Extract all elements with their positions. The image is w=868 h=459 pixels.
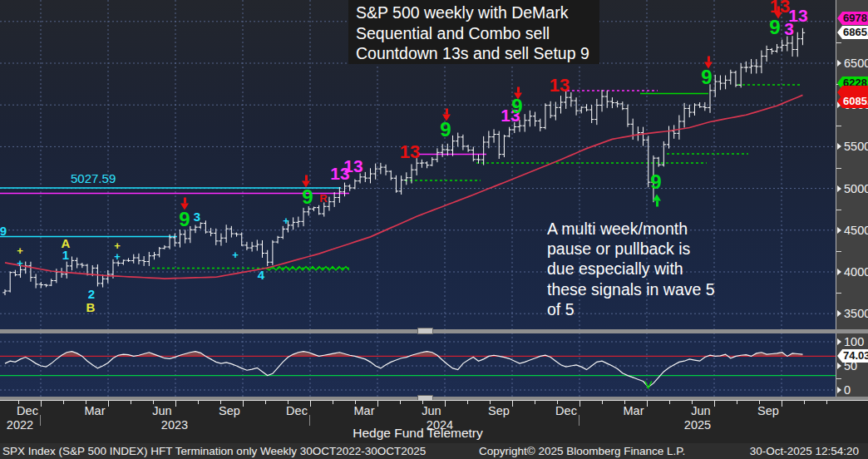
month-tick bbox=[467, 401, 468, 404]
month-tick bbox=[804, 401, 805, 404]
status-bar: SPX Index (S&P 500 INDEX) HFT Terminatio… bbox=[0, 443, 868, 459]
analyst-note: A multi week/month pause or pullback is … bbox=[547, 219, 715, 319]
axis-tick-label: 5500 bbox=[836, 141, 868, 152]
chart-title-line-1: S&P 500 weekly with DeMark bbox=[356, 2, 599, 23]
axis-tick-value: 5500 bbox=[844, 140, 868, 153]
quarter-tick bbox=[243, 401, 244, 407]
minor-tick bbox=[836, 126, 841, 126]
security-description: SPX Index (S&P 500 INDEX) HFT Terminatio… bbox=[2, 445, 426, 457]
analyst-note-line: pause or pullback is bbox=[547, 239, 715, 259]
price-tag-6085.87: 6085.87 bbox=[837, 95, 868, 108]
axis-tick-label: 100 bbox=[836, 336, 864, 348]
tick-marker-icon bbox=[837, 227, 841, 234]
axis-tick-value: 4500 bbox=[844, 224, 868, 237]
axis-tick-value: 6500 bbox=[844, 57, 868, 70]
axis-tick-value: 4000 bbox=[844, 265, 868, 279]
tick-marker-icon bbox=[837, 387, 841, 393]
axis-tick-label: 4500 bbox=[836, 225, 868, 236]
tick-marker-icon bbox=[837, 363, 841, 369]
price-tag-74.0354: 74.0354 bbox=[837, 349, 868, 363]
year-separator bbox=[579, 415, 579, 426]
month-tick bbox=[198, 401, 199, 404]
watermark-hedge-fund-telemetry: Hedge Fund Telemetry bbox=[0, 426, 836, 441]
quarter-tick bbox=[782, 401, 782, 407]
month-label: Dec bbox=[555, 404, 577, 417]
month-tick bbox=[602, 401, 603, 404]
quarter-tick bbox=[377, 401, 378, 407]
analyst-note-line: A multi week/month bbox=[547, 219, 715, 239]
analyst-note-line: due especially with bbox=[547, 259, 715, 279]
year-separator bbox=[309, 415, 310, 426]
tick-marker-icon bbox=[837, 310, 841, 317]
quarter-tick bbox=[445, 401, 446, 407]
month-tick bbox=[826, 401, 827, 404]
minor-tick bbox=[836, 210, 841, 210]
chart-title-line-3: Countdown 13s and sell Setup 9 bbox=[356, 43, 599, 64]
month-tick bbox=[669, 401, 670, 404]
panel-divider-handle[interactable] bbox=[417, 328, 433, 334]
tick-marker-icon bbox=[837, 338, 841, 345]
axis-tick-label: 0 bbox=[836, 384, 851, 396]
axis-tick-label: 3500 bbox=[836, 308, 868, 319]
minor-tick bbox=[836, 378, 841, 379]
month-tick bbox=[400, 401, 401, 404]
tick-marker-icon bbox=[837, 185, 841, 192]
month-label: Jun bbox=[691, 404, 710, 417]
price-chart-panel[interactable]: S&P 500 weekly with DeMark Sequential an… bbox=[0, 0, 836, 400]
quarter-tick bbox=[175, 401, 176, 407]
month-label: Dec bbox=[286, 404, 308, 417]
month-label: Sep bbox=[219, 404, 240, 417]
quarter-tick bbox=[647, 401, 648, 407]
copyright-text: Copyright© 2025 Bloomberg Finance L.P. bbox=[479, 445, 685, 457]
minor-tick bbox=[836, 293, 841, 294]
month-tick bbox=[535, 401, 535, 404]
month-label: Jun bbox=[422, 404, 441, 417]
month-tick bbox=[131, 401, 131, 404]
axis-tick-label: 4000 bbox=[836, 266, 868, 278]
month-tick bbox=[63, 401, 64, 404]
minor-tick bbox=[836, 42, 841, 43]
quarter-tick bbox=[108, 401, 109, 407]
timestamp: 30-Oct-2025 12:54:20 bbox=[750, 445, 859, 457]
analyst-note-line: of 5 bbox=[547, 299, 715, 319]
setup-level-price-label: 5027.59 bbox=[71, 171, 116, 185]
axis-tick-value: 100 bbox=[844, 335, 864, 348]
minor-tick bbox=[836, 251, 841, 252]
month-tick bbox=[265, 401, 266, 404]
month-label: Mar bbox=[354, 404, 375, 417]
axis-tick-label: 6500 bbox=[836, 57, 868, 69]
tick-marker-icon bbox=[837, 143, 841, 150]
price-tag-6978.38: 6978.38 bbox=[837, 12, 868, 25]
tick-marker-icon bbox=[837, 60, 841, 67]
month-label: Sep bbox=[757, 404, 779, 417]
price-axis: 65006000550050004500400035001005006978.3… bbox=[836, 0, 868, 400]
price-tag-6865.22: 6865.22 bbox=[837, 26, 868, 39]
axis-tick-value: 5000 bbox=[844, 182, 868, 195]
chart-title-annotation: S&P 500 weekly with DeMark Sequential an… bbox=[348, 0, 599, 64]
analyst-note-line: these signals in wave 5 bbox=[547, 279, 715, 299]
month-label: Mar bbox=[624, 404, 644, 417]
month-label: Jun bbox=[152, 404, 171, 417]
tick-marker-icon bbox=[837, 269, 841, 275]
panel-divider bbox=[0, 329, 868, 333]
quarter-tick bbox=[714, 401, 715, 407]
quarter-tick bbox=[41, 401, 42, 407]
axis-tick-value: 0 bbox=[844, 383, 851, 397]
axis-tick-label: 5000 bbox=[836, 183, 868, 195]
year-separator bbox=[40, 415, 41, 426]
axis-tick-value: 3500 bbox=[844, 307, 868, 320]
month-label: Dec bbox=[17, 404, 38, 417]
quarter-tick bbox=[579, 401, 580, 407]
month-label: Mar bbox=[85, 404, 106, 417]
month-tick bbox=[333, 401, 333, 404]
minor-tick bbox=[836, 168, 841, 169]
month-tick bbox=[737, 401, 737, 404]
quarter-tick bbox=[512, 401, 513, 407]
chart-title-line-2: Sequential and Combo sell bbox=[356, 23, 599, 44]
month-label: Sep bbox=[488, 404, 510, 417]
bloomberg-terminal-window: S&P 500 weekly with DeMark Sequential an… bbox=[0, 0, 868, 459]
quarter-tick bbox=[310, 401, 311, 407]
